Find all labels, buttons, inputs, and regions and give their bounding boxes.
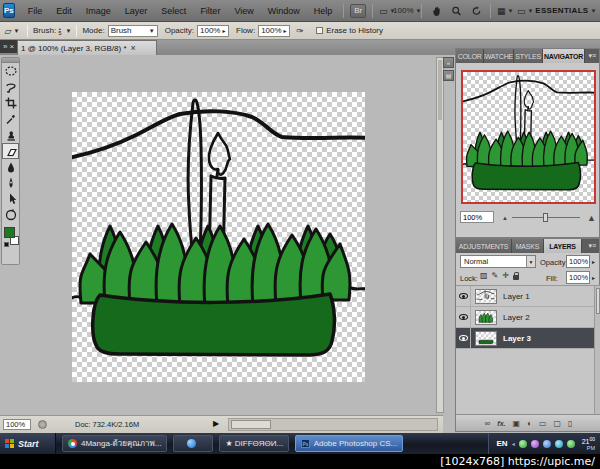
menu-view[interactable]: View [227, 0, 260, 21]
clone-stamp-tool[interactable] [2, 127, 19, 143]
spinner-icon[interactable]: ▸ [284, 27, 287, 34]
layer-list-scrollbar[interactable] [594, 286, 600, 415]
delete-layer-icon[interactable]: ▯ [568, 419, 572, 428]
start-button[interactable]: Start [0, 433, 56, 454]
tray-user-icon[interactable] [519, 440, 527, 448]
tab-overflow-control[interactable]: » × [0, 40, 17, 53]
collapse-dock-icon[interactable]: « [443, 57, 454, 68]
default-colors-icon[interactable] [4, 242, 9, 247]
path-selection-tool[interactable] [2, 191, 19, 207]
zoom-in-mountain-icon[interactable]: ▲ [587, 213, 596, 223]
document-canvas[interactable] [72, 92, 365, 382]
spinner-icon[interactable]: ▸ [592, 258, 595, 265]
lock-transparency-icon[interactable]: ▨ [480, 271, 488, 280]
taskbar-button-differ[interactable]: ★ DIFFΘЯΘИ... [219, 435, 289, 452]
tray-volume-icon[interactable] [543, 440, 551, 448]
blend-mode-select[interactable]: Normal▼ [460, 255, 536, 268]
tab-swatches[interactable]: SWATCHES [484, 49, 514, 63]
taskbar-button-messenger[interactable] [173, 435, 213, 452]
screen-mode-icon[interactable]: ▭▼ [517, 4, 533, 18]
spinner-icon[interactable]: ▸ [592, 274, 595, 281]
foreground-color-swatch[interactable] [4, 227, 15, 238]
menu-window[interactable]: Window [261, 0, 307, 21]
adjustment-layer-icon[interactable]: ◐ [527, 419, 532, 428]
pen-tool[interactable] [2, 175, 19, 191]
canvas-vertical-scrollbar[interactable] [436, 57, 444, 413]
menu-file[interactable]: File [21, 0, 50, 21]
menu-help[interactable]: Help [307, 0, 340, 21]
tab-adjustments[interactable]: ADJUSTMENTS [456, 239, 512, 253]
brush-preview[interactable]: •5 [58, 27, 61, 35]
tab-color[interactable]: COLOR [456, 49, 484, 63]
layer-row-3-selected[interactable]: Layer 3 [456, 328, 600, 349]
tab-layers[interactable]: LAYERS [544, 239, 582, 253]
tray-app-icon[interactable] [531, 440, 539, 448]
tab-masks[interactable]: MASKS [512, 239, 544, 253]
layer-fill-field[interactable]: 100% [566, 271, 590, 284]
rotate-view-icon[interactable] [468, 4, 484, 18]
photoshop-logo-icon[interactable]: Ps [3, 3, 15, 18]
spinner-icon[interactable]: ▸ [222, 27, 225, 34]
layer-thumbnail[interactable] [475, 289, 497, 304]
layer-opacity-field[interactable]: 100% [566, 255, 590, 268]
erase-to-history-checkbox[interactable] [316, 27, 323, 34]
add-mask-icon[interactable]: ▣ [512, 419, 520, 428]
eraser-tool-preset-icon[interactable]: ▱▼ [4, 24, 20, 38]
eyedropper-tool[interactable] [2, 111, 19, 127]
layer-row-2[interactable]: Layer 2 [456, 307, 600, 328]
bridge-icon[interactable]: Br [350, 4, 366, 18]
document-tab[interactable]: 1 @ 100% (Layer 3, RGB/8) * × [17, 40, 157, 55]
layer-name[interactable]: Layer 2 [503, 313, 530, 322]
visibility-toggle[interactable] [456, 307, 471, 327]
panel-icon[interactable]: ▤ [443, 70, 454, 81]
link-layers-icon[interactable]: ∞ [485, 419, 491, 428]
canvas-horizontal-scrollbar[interactable] [228, 418, 438, 431]
lasso-tool[interactable] [2, 79, 19, 95]
workspace-switcher[interactable]: ESSENTIALS▼ [535, 6, 596, 15]
tray-network-icon[interactable] [555, 440, 563, 448]
taskbar-button-photoshop[interactable]: Ps Adobe Photoshop CS... [295, 435, 403, 452]
new-group-icon[interactable]: ▭ [539, 419, 547, 428]
rotate-view-tool[interactable] [2, 207, 19, 223]
menu-image[interactable]: Image [79, 0, 118, 21]
new-layer-icon[interactable]: ▢ [553, 419, 561, 428]
navigator-zoom-slider[interactable]: ▲ ▲ [502, 212, 596, 223]
arrange-documents-icon[interactable]: ▦▼ [497, 4, 513, 18]
taskbar-button-browser[interactable]: 4Manga-ด้วยคุณภาพ... [62, 435, 167, 452]
eraser-tool[interactable] [2, 143, 19, 159]
elliptical-marquee-tool[interactable] [2, 63, 19, 79]
navigator-proxy-view[interactable] [461, 70, 596, 204]
hand-tool-icon[interactable] [428, 4, 444, 18]
lock-all-icon[interactable] [513, 275, 519, 280]
mode-select[interactable]: Brush▼ [108, 25, 158, 37]
layer-row-1[interactable]: Layer 1 [456, 286, 600, 307]
crop-tool[interactable] [2, 95, 19, 111]
layer-thumbnail[interactable] [475, 331, 497, 346]
opacity-field[interactable]: 100%▸ [197, 25, 229, 37]
menu-filter[interactable]: Filter [193, 0, 227, 21]
menu-select[interactable]: Select [154, 0, 193, 21]
zoom-tool-icon[interactable] [448, 4, 464, 18]
layer-name[interactable]: Layer 3 [503, 334, 531, 343]
layer-thumbnail[interactable] [475, 310, 497, 325]
panel-menu-icon[interactable]: ▾≡ [585, 239, 599, 253]
slider-thumb[interactable] [543, 213, 548, 222]
panel-menu-icon[interactable]: ▾≡ [585, 49, 599, 63]
lock-move-icon[interactable]: ✛ [502, 271, 509, 280]
airbrush-icon[interactable]: ✑ [292, 24, 308, 38]
status-options-arrow[interactable]: ▶ [213, 419, 219, 428]
menu-edit[interactable]: Edit [49, 0, 79, 21]
status-zoom-field[interactable]: 100% [3, 419, 31, 430]
tab-styles[interactable]: STYLES [514, 49, 542, 63]
tray-status-icon[interactable] [567, 440, 575, 448]
tab-navigator[interactable]: NAVIGATOR [543, 49, 586, 63]
blur-tool[interactable] [2, 159, 19, 175]
zoom-level-control[interactable]: 100%▼ [399, 4, 415, 18]
chevron-down-icon[interactable]: ▼ [65, 28, 71, 34]
layer-style-icon[interactable]: fx. [497, 420, 505, 427]
lock-paint-icon[interactable]: ✎ [492, 271, 499, 280]
taskbar-clock[interactable]: 2100 PM [582, 436, 595, 451]
tray-expand-icon[interactable]: ◂ [512, 440, 515, 447]
navigator-zoom-field[interactable]: 100% [460, 211, 494, 223]
visibility-toggle[interactable] [456, 286, 471, 306]
